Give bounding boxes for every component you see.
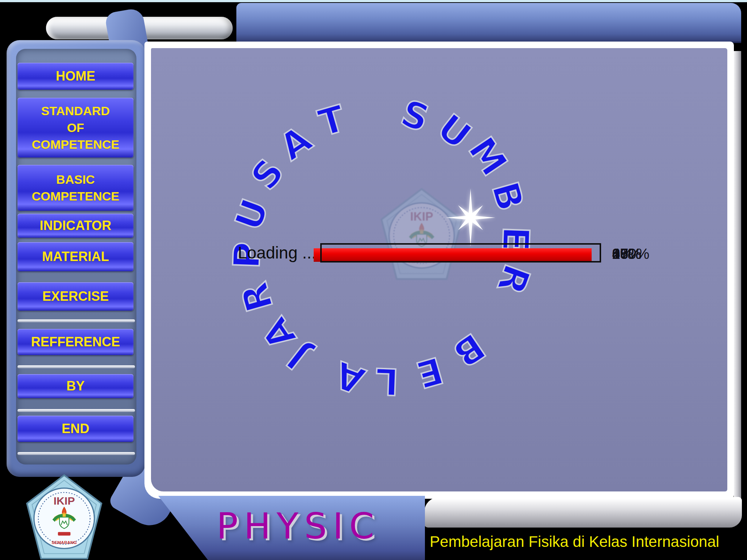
- loading-percent-overlay: 0%17%25%47%68%86%100%: [612, 246, 656, 264]
- logo-name-text: IKIP: [54, 495, 75, 507]
- loading-percent-value: 100%: [612, 246, 649, 262]
- sidebar-divider: [18, 452, 135, 455]
- footer-banner: PHYSIC: [146, 496, 425, 560]
- top-edge-strip: [0, 0, 747, 2]
- sidebar-item-by[interactable]: BY: [18, 374, 133, 398]
- sidebar-item-end[interactable]: END: [18, 416, 133, 442]
- sidebar-item-exercise[interactable]: EXERCISE: [18, 282, 133, 311]
- header-band: [236, 3, 741, 43]
- sidebar-item-basic-competence[interactable]: BASIC COMPETENCE: [18, 165, 133, 211]
- loading-bar-outline: [320, 243, 601, 262]
- circle-letter: L: [375, 359, 399, 403]
- logo-city-text: SEMARANG: [52, 540, 77, 545]
- sidebar-item-material[interactable]: MATERIAL: [18, 242, 133, 271]
- right-silver-rail: [734, 51, 741, 503]
- loading-label: Loading ...: [238, 243, 316, 262]
- sidebar-divider: [18, 365, 135, 368]
- sidebar-divider: [18, 319, 135, 322]
- bottom-silver-rail: [424, 497, 742, 528]
- sidebar-divider: [18, 409, 135, 412]
- sidebar-item-home[interactable]: HOME: [18, 63, 133, 90]
- sidebar-item-indicator[interactable]: INDICATOR: [18, 214, 133, 238]
- app-window: HOME STANDARD OF COMPETENCE BASIC COMPET…: [0, 0, 747, 560]
- ikip-logo: IKIP SEMARANG: [25, 473, 104, 560]
- sparkle-icon: [440, 185, 502, 250]
- app-subtitle: Pembelajaran Fisika di Kelas Internasion…: [427, 533, 722, 551]
- logo-name-text: IKIP: [410, 210, 433, 223]
- app-title: PHYSIC: [146, 505, 425, 547]
- sidebar-item-refference[interactable]: REFFERENCE: [18, 329, 133, 355]
- sidebar-item-standard-of-competence[interactable]: STANDARD OF COMPETENCE: [18, 98, 133, 158]
